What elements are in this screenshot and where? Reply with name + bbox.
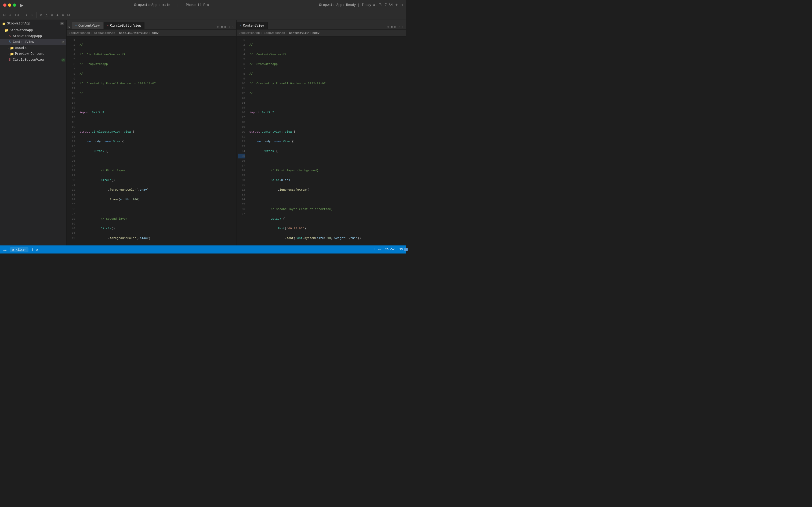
sidebar-root-label: StopwatchApp bbox=[7, 22, 30, 25]
breadcrumb-item-3[interactable]: CircleButtonView bbox=[119, 32, 148, 35]
swift-icon-contentview: S bbox=[7, 40, 12, 44]
swift-icon-circlebutton: S bbox=[7, 58, 12, 62]
circlebuttonview-badge: A bbox=[61, 59, 65, 61]
branch-separator: › bbox=[159, 3, 161, 7]
status-warn-icon[interactable]: ⊡ bbox=[36, 248, 38, 251]
right-breadcrumb-item-1[interactable]: StopwatchApp bbox=[239, 32, 260, 35]
maximize-button[interactable] bbox=[13, 3, 16, 7]
status-right: Line: 25 Col: 35 bbox=[374, 248, 403, 251]
add-tab-icon[interactable]: + bbox=[395, 3, 398, 7]
sidebar: 📁 StopwatchApp M ▾ 📁 StopwatchApp S Stop… bbox=[0, 20, 67, 245]
list-icon[interactable]: ≡ bbox=[221, 25, 223, 29]
sidebar-item-preview-content[interactable]: ▸ 📁 Preview Content bbox=[0, 51, 66, 57]
split-icon[interactable]: ⊡ bbox=[401, 3, 403, 7]
warning-icon[interactable]: △ bbox=[44, 13, 49, 17]
left-tab-bar: ✕ S ContentView S CircleButtonView ⊟ ≡ ⊞… bbox=[67, 20, 236, 30]
sidebar-label-assets: Assets bbox=[15, 46, 26, 50]
sidebar-label-stopwatchapp: StopwatchApp bbox=[10, 29, 33, 32]
layout-icon[interactable]: ⊞ bbox=[225, 25, 227, 29]
breadcrumb-item-4[interactable]: body bbox=[152, 32, 159, 35]
preview-folder-icon: 📁 bbox=[10, 52, 14, 56]
right-back-icon[interactable]: ‹ bbox=[398, 25, 400, 29]
swift-tab-icon-circle: S bbox=[107, 24, 109, 27]
right-nav-icon[interactable]: › bbox=[232, 25, 234, 29]
swift-tab-icon: S bbox=[75, 24, 76, 27]
contentview-badge: M bbox=[61, 41, 65, 44]
preview-chevron-icon: ▸ bbox=[7, 52, 9, 56]
toolbar-separator-2 bbox=[37, 12, 37, 18]
right-breadcrumb-item-4[interactable]: body bbox=[312, 32, 319, 35]
left-breadcrumb: StopwatchApp › StopwatchApp › CircleButt… bbox=[67, 30, 236, 37]
tab-contentview-left[interactable]: S ContentView bbox=[72, 22, 103, 29]
right-forward-icon[interactable]: › bbox=[402, 25, 404, 29]
sidebar-label-circlebuttonview: CircleButtonView bbox=[13, 58, 61, 62]
split-editors: ✕ S ContentView S CircleButtonView ⊟ ≡ ⊞… bbox=[67, 20, 406, 245]
left-code-content: // // CircleButtonView.swift // Stopwatc… bbox=[77, 37, 236, 245]
tab-label-circlebuttonview: CircleButtonView bbox=[110, 24, 141, 27]
minimize-button[interactable] bbox=[8, 3, 11, 7]
right-breadcrumb: StopwatchApp › StopwatchApp › ContentVie… bbox=[237, 30, 406, 37]
sidebar-item-contentview[interactable]: S ContentView M bbox=[0, 39, 66, 45]
sidebar-item-stopwatchapp-group[interactable]: ▾ 📁 StopwatchApp bbox=[0, 27, 66, 33]
right-line-numbers: 12345 678910 1112131415 1617181920 21222… bbox=[237, 37, 247, 245]
search-icon[interactable]: ⌕ bbox=[39, 13, 43, 17]
forward-icon[interactable]: › bbox=[30, 13, 34, 17]
filter-input[interactable]: ⊟ Filter bbox=[10, 247, 28, 252]
line-col-display: Line: 25 Col: 35 bbox=[374, 248, 403, 251]
left-editor-pane: ✕ S ContentView S CircleButtonView ⊟ ≡ ⊞… bbox=[67, 20, 237, 245]
left-pane-close-icon[interactable]: ✕ bbox=[67, 25, 72, 29]
tab-circlebuttonview[interactable]: S CircleButtonView bbox=[104, 22, 145, 29]
left-code-editor[interactable]: 12345 678910 1112131415 1617181920 21222… bbox=[67, 37, 236, 245]
right-pane-controls: ⊡ ≡ ⊞ ‹ › bbox=[385, 25, 406, 29]
app-name: StopwatchApp bbox=[134, 3, 157, 7]
minimap-icon[interactable]: ⊟ bbox=[217, 25, 219, 29]
swift-tab-icon-right: S bbox=[240, 24, 241, 27]
main-layout: 📁 StopwatchApp M ▾ 📁 StopwatchApp S Stop… bbox=[0, 20, 406, 245]
right-breadcrumb-item-3[interactable]: ContentView bbox=[289, 32, 308, 35]
right-breadcrumb-item-2[interactable]: StopwatchApp bbox=[264, 32, 285, 35]
titlebar-right: StopwatchApp: Ready | Today at 7:17 AM +… bbox=[319, 3, 403, 7]
tab-contentview-right[interactable]: S ContentView bbox=[237, 22, 268, 29]
sidebar-root-icon: 📁 bbox=[2, 22, 6, 25]
folder-icon: 📁 bbox=[4, 28, 9, 33]
editor-area: ✕ S ContentView S CircleButtonView ⊟ ≡ ⊞… bbox=[67, 20, 406, 245]
grid-icon[interactable]: ⊞ bbox=[7, 13, 12, 17]
sidebar-item-circlebuttonview[interactable]: S CircleButtonView A bbox=[0, 57, 66, 63]
right-minimap-icon[interactable]: ≡ bbox=[391, 25, 393, 29]
sidebar-label-preview-content: Preview Content bbox=[15, 52, 44, 56]
branch-name: main bbox=[163, 3, 170, 7]
right-code-editor[interactable]: 12345 678910 1112131415 1617181920 21222… bbox=[237, 37, 406, 245]
breadcrumb-item-1[interactable]: StopwatchApp bbox=[69, 32, 90, 35]
chevron-down-icon: ▾ bbox=[2, 29, 4, 32]
toolbar: ⊟ ⊞ +⊡ ‹ › ⌕ △ ◇ ◈ ⊙ ⊟ bbox=[0, 10, 406, 20]
status-branch-icon: ⎇ bbox=[3, 248, 7, 251]
right-layout-icon[interactable]: ⊞ bbox=[395, 25, 397, 29]
add-file-icon[interactable]: +⊡ bbox=[13, 13, 20, 17]
sidebar-item-stopwatchappapp[interactable]: S StopwatchAppApp bbox=[0, 33, 66, 39]
sidebar-toggle-icon[interactable]: ⊟ bbox=[2, 13, 6, 17]
right-split-icon[interactable]: ⊡ bbox=[387, 25, 389, 29]
tab-label-contentview-right: ContentView bbox=[243, 24, 264, 27]
status-bar: ⎇ ⊟ Filter ℹ ⊡ Line: 25 Col: 35 bbox=[0, 245, 406, 253]
right-code-content: // // ContentView.swift // StopwatchApp … bbox=[247, 37, 406, 245]
snippet-icon[interactable]: ⊟ bbox=[66, 13, 71, 17]
title-center: StopwatchApp › main | iPhone 14 Pro bbox=[24, 3, 319, 7]
progress-indicator bbox=[404, 248, 406, 251]
back-icon[interactable]: ‹ bbox=[24, 13, 29, 17]
sidebar-badge-m: M bbox=[60, 22, 64, 25]
status-info-icon[interactable]: ℹ bbox=[32, 248, 33, 251]
breadcrumb-item-2[interactable]: StopwatchApp bbox=[94, 32, 115, 35]
lock-icon[interactable]: ⊙ bbox=[61, 13, 65, 17]
breakpoint-icon[interactable]: ◇ bbox=[50, 13, 54, 17]
bookmark-icon[interactable]: ◈ bbox=[55, 13, 60, 17]
run-button[interactable]: ▶ bbox=[19, 3, 24, 7]
tab-label-contentview: ContentView bbox=[78, 24, 100, 27]
close-button[interactable] bbox=[3, 3, 6, 7]
status-left: ⎇ ⊟ Filter ℹ ⊡ bbox=[3, 247, 38, 252]
left-line-numbers: 12345 678910 1112131415 1617181920 21222… bbox=[67, 37, 77, 245]
sidebar-label-stopwatchappapp: StopwatchAppApp bbox=[13, 35, 42, 38]
chevron-right-icon: ▸ bbox=[7, 47, 9, 50]
sidebar-item-assets[interactable]: ▸ 📁 Assets bbox=[0, 45, 66, 51]
left-nav-icon[interactable]: ‹ bbox=[228, 25, 230, 29]
traffic-lights bbox=[3, 3, 16, 7]
